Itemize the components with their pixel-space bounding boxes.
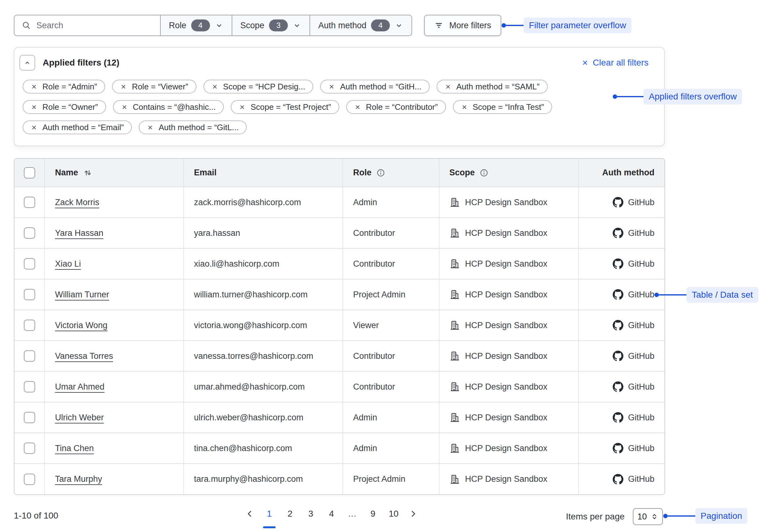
row-checkbox[interactable] bbox=[24, 443, 35, 454]
page-number-button[interactable]: 2 bbox=[284, 507, 296, 528]
annotation-dot bbox=[501, 23, 506, 28]
chip-label: Role = “Owner” bbox=[42, 102, 98, 112]
applied-filter-chip[interactable]: Scope = “Infra Test” bbox=[453, 100, 552, 114]
filter-dropdown-label: Role bbox=[169, 21, 186, 31]
user-auth-method: GitHub bbox=[628, 444, 655, 453]
applied-filter-chip[interactable]: Scope = “Test Project” bbox=[231, 100, 339, 114]
filter-dropdown-group: Role 4 Scope 3 Auth method 4 bbox=[160, 15, 412, 36]
row-checkbox[interactable] bbox=[24, 289, 35, 300]
table-row: Umar Ahmed umar.ahmed@hashicorp.com Cont… bbox=[14, 371, 665, 402]
chip-row: Auth method = “Email” Auth method = “Git… bbox=[23, 120, 656, 134]
user-email: ulrich.weber@hashicorp.com bbox=[194, 413, 303, 422]
user-name-link[interactable]: Tara Murphy bbox=[55, 474, 102, 484]
applied-filters-header: Applied filters (12) Clear all filters bbox=[19, 54, 649, 71]
applied-filter-chip[interactable]: Role = “Owner” bbox=[23, 100, 106, 114]
user-role: Project Admin bbox=[353, 290, 406, 299]
user-scope: HCP Design Sandbox bbox=[465, 228, 547, 238]
filter-dropdown-auth-method[interactable]: Auth method 4 bbox=[309, 15, 412, 36]
chip-row: Role = “Owner” Contains = “@hashic... Sc… bbox=[23, 100, 656, 114]
current-page-indicator bbox=[284, 526, 296, 528]
more-filters-button[interactable]: More filters bbox=[424, 15, 501, 36]
clear-all-filters-link[interactable]: Clear all filters bbox=[581, 58, 649, 68]
github-icon bbox=[613, 474, 623, 485]
row-checkbox[interactable] bbox=[24, 320, 35, 331]
user-scope: HCP Design Sandbox bbox=[465, 321, 547, 330]
filter-dropdown-scope[interactable]: Scope 3 bbox=[232, 15, 310, 36]
user-email: umar.ahmed@hashicorp.com bbox=[194, 382, 305, 391]
column-header-role: Role bbox=[353, 168, 372, 178]
organization-icon bbox=[450, 443, 460, 454]
page-number-button[interactable]: 9 bbox=[367, 507, 379, 528]
applied-filter-chip[interactable]: Auth method = “GitH... bbox=[320, 80, 429, 93]
user-auth-method: GitHub bbox=[628, 228, 655, 238]
search-input[interactable]: Search bbox=[14, 15, 160, 36]
info-icon[interactable] bbox=[376, 168, 385, 178]
annotation-pagination: Pagination bbox=[663, 508, 747, 524]
organization-icon bbox=[450, 228, 460, 238]
items-per-page-select[interactable]: 10 bbox=[633, 508, 663, 525]
user-name-link[interactable]: William Turner bbox=[55, 290, 109, 299]
github-icon bbox=[613, 197, 623, 208]
applied-filter-chips: Role = “Admin” Role = “Viewer” Scope = “… bbox=[23, 80, 656, 134]
annotation-dot bbox=[663, 514, 668, 518]
user-name-link[interactable]: Zack Morris bbox=[55, 198, 99, 207]
applied-filter-chip[interactable]: Contains = “@hashic... bbox=[113, 100, 224, 114]
chip-label: Auth method = “Email” bbox=[42, 123, 124, 132]
applied-filter-chip[interactable]: Role = “Viewer” bbox=[112, 80, 196, 93]
github-icon bbox=[613, 381, 623, 392]
user-role: Admin bbox=[353, 444, 377, 453]
page-number-button[interactable]: 10 bbox=[387, 507, 400, 528]
row-checkbox[interactable] bbox=[24, 350, 35, 362]
annotation-label: Pagination bbox=[695, 508, 747, 524]
sort-icon[interactable] bbox=[83, 168, 93, 178]
items-per-page: Items per page 10 bbox=[566, 508, 663, 525]
next-page-button[interactable] bbox=[408, 509, 418, 519]
page-number-button[interactable]: 3 bbox=[304, 507, 317, 528]
row-checkbox[interactable] bbox=[24, 258, 35, 269]
table-row: Zack Morris zack.morris@hashicorp.com Ad… bbox=[14, 187, 665, 218]
table-row: Tara Murphy tara.murphy@hashicorp.com Pr… bbox=[14, 464, 665, 494]
annotation-dot bbox=[655, 293, 659, 297]
user-name-link[interactable]: Umar Ahmed bbox=[55, 382, 104, 391]
github-icon bbox=[613, 412, 623, 423]
row-checkbox[interactable] bbox=[24, 381, 35, 392]
page-number-button[interactable]: 1 bbox=[263, 507, 276, 528]
user-name-link[interactable]: Vanessa Torres bbox=[55, 351, 113, 361]
user-name-link[interactable]: Yara Hassan bbox=[55, 228, 103, 238]
row-checkbox[interactable] bbox=[24, 412, 35, 423]
chip-label: Contains = “@hashic... bbox=[133, 102, 216, 112]
select-all-checkbox[interactable] bbox=[24, 167, 35, 179]
info-icon[interactable] bbox=[479, 168, 489, 178]
row-checkbox[interactable] bbox=[24, 227, 35, 239]
user-name-link[interactable]: Xiao Li bbox=[55, 259, 81, 269]
close-icon bbox=[31, 83, 37, 90]
annotation-line bbox=[506, 25, 523, 26]
user-email: zack.morris@hashicorp.com bbox=[194, 198, 301, 207]
filter-bar: Search Role 4 Scope 3 Auth method 4 bbox=[14, 15, 501, 36]
filter-dropdown-role[interactable]: Role 4 bbox=[161, 15, 232, 36]
chip-label: Scope = “HCP Desig... bbox=[223, 82, 305, 91]
page-number-button[interactable]: 4 bbox=[325, 507, 338, 528]
collapse-button[interactable] bbox=[19, 55, 35, 70]
close-icon bbox=[461, 104, 468, 110]
applied-filter-chip[interactable]: Auth method = “GitL... bbox=[139, 120, 247, 134]
previous-page-button[interactable] bbox=[245, 509, 255, 519]
annotation-dot bbox=[613, 94, 617, 99]
row-checkbox[interactable] bbox=[24, 197, 35, 208]
applied-filter-chip[interactable]: Auth method = “SAML” bbox=[437, 80, 548, 93]
applied-filter-chip[interactable]: Scope = “HCP Desig... bbox=[203, 80, 313, 93]
user-role: Viewer bbox=[353, 321, 379, 330]
user-auth-method: GitHub bbox=[628, 290, 655, 300]
row-checkbox[interactable] bbox=[24, 474, 35, 485]
user-name-link[interactable]: Ulrich Weber bbox=[55, 413, 104, 422]
user-name-link[interactable]: Tina Chen bbox=[55, 444, 94, 453]
table-row: Xiao Li xiao.li@hashicorp.com Contributo… bbox=[14, 248, 665, 279]
table-body: Zack Morris zack.morris@hashicorp.com Ad… bbox=[14, 187, 665, 494]
annotation-table: Table / Data set bbox=[655, 287, 758, 303]
table-row: Vanessa Torres vanessa.torres@hashicorp.… bbox=[14, 341, 665, 371]
user-name-link[interactable]: Victoria Wong bbox=[55, 321, 107, 330]
current-page-indicator bbox=[367, 526, 379, 528]
applied-filter-chip[interactable]: Auth method = “Email” bbox=[23, 120, 132, 134]
applied-filter-chip[interactable]: Role = “Admin” bbox=[23, 80, 105, 93]
applied-filter-chip[interactable]: Role = “Contributor” bbox=[346, 100, 446, 114]
